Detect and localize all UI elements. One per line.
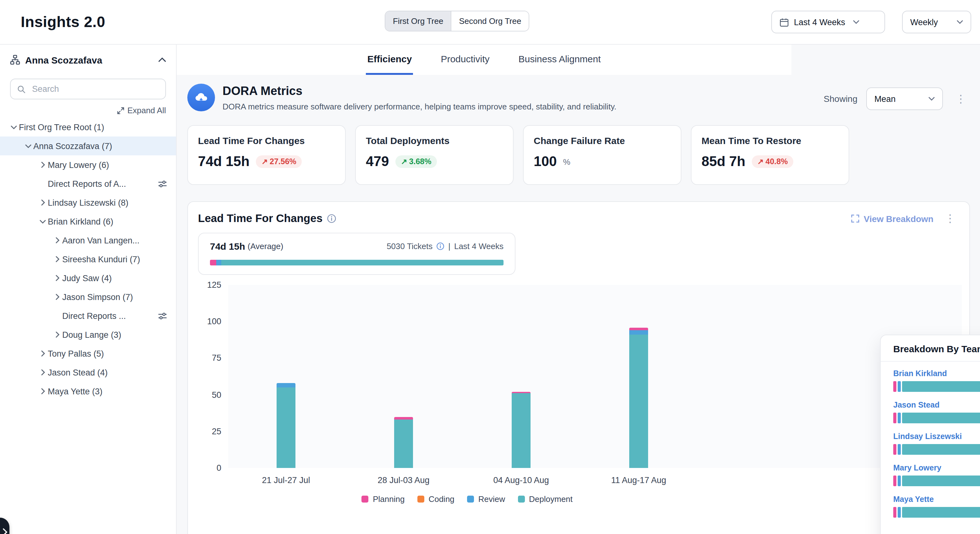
tree-item-first-org-tree-root-1[interactable]: First Org Tree Root (1) [0,118,176,137]
chevron-right-icon[interactable] [52,256,62,262]
team-bar-deployment-segment: 74d 15h [902,475,980,486]
metric-card-mean-time-to-restore: Mean Time To Restore85d 7h↗40.8% [691,125,849,185]
team-bar-review-segment [898,475,901,486]
info-icon[interactable] [436,242,444,250]
summary-period: Last 4 Weeks [454,242,504,251]
metric-card-lead-time-for-changes: Lead Time For Changes74d 15h↗27.56% [187,125,346,185]
x-axis-label: 28 Jul-03 Aug [350,475,457,485]
tree-item-tony-pallas-5[interactable]: Tony Pallas (5) [0,344,176,363]
chevron-right-icon[interactable] [38,162,48,168]
team-bar-planning-segment [893,413,896,423]
tree-item-mary-lowery-6[interactable]: Mary Lowery (6) [0,155,176,174]
team-list: Brian Kirkland74d 15hJason Stead74d 15hL… [881,362,980,518]
org-tree-toggle-second-org-tree[interactable]: Second Org Tree [451,11,529,31]
search-input[interactable] [31,84,159,94]
metric-card-value: 479 [366,153,389,170]
tree-item-judy-saw-4[interactable]: Judy Saw (4) [0,269,176,287]
expand-all-button[interactable]: Expand All [10,106,166,115]
chevron-down-icon[interactable] [9,125,19,129]
team-name-link[interactable]: Lindsay Liszewski [893,432,980,441]
lead-time-summary-card: 74d 15h (Average) 5030 Tickets | Last 4 … [198,233,515,275]
x-axis-label: 04 Aug-10 Aug [468,475,574,485]
metric-delta-badge: ↗40.8% [751,155,793,168]
tree-item-aaron-van-langen[interactable]: Aaron Van Langen... [0,231,176,250]
sidebar-expand-handle[interactable] [0,518,10,534]
chevron-right-icon[interactable] [38,388,48,394]
x-axis-label: 11 Aug-17 Aug [585,475,692,485]
tickets-count: 5030 Tickets [387,242,433,251]
team-bar-review-segment [898,507,901,518]
chevron-right-icon[interactable] [38,350,48,357]
filter-sliders-icon[interactable] [158,312,167,320]
tree-item-jason-simpson-7[interactable]: Jason Simpson (7) [0,287,176,306]
lead-time-title: Lead Time For Changes [198,212,323,225]
tree-item-maya-yette-3[interactable]: Maya Yette (3) [0,382,176,401]
metric-delta-badge: ↗3.68% [395,155,437,168]
bar-segment-planning [394,417,413,419]
expand-all-icon [117,107,124,114]
tab-business-alignment[interactable]: Business Alignment [517,45,602,75]
tree-item-direct-reports-of-a[interactable]: Direct Reports of A... [0,174,176,193]
chevron-right-icon[interactable] [52,237,62,244]
chart-bar-1[interactable] [277,383,296,468]
y-tick-label: 75 [212,354,221,363]
dora-kebab-menu[interactable]: ⋮ [952,92,970,105]
metric-cards-row: Lead Time For Changes74d 15h↗27.56%Total… [187,125,970,185]
showing-label: Showing [824,94,858,104]
chevron-right-icon[interactable] [52,294,62,300]
tree-item-label: Brian Kirkland (6) [48,217,176,226]
top-bar: Insights 2.0 First Org TreeSecond Org Tr… [0,0,980,45]
tree-item-label: Direct Reports of A... [48,179,158,188]
aggregation-value: Mean [874,94,896,104]
tree-item-jason-stead-4[interactable]: Jason Stead (4) [0,363,176,382]
tab-efficiency[interactable]: Efficiency [366,45,413,75]
lead-time-kebab-menu[interactable]: ⋮ [941,212,959,225]
filter-sliders-icon[interactable] [158,180,167,188]
metric-card-title: Total Deployments [366,135,503,146]
metric-card-value: 100 [534,153,557,170]
breakdown-by-teams-panel: Breakdown By Teams ✕ Brian Kirkland74d 1… [880,335,980,534]
chevron-right-icon[interactable] [52,275,62,281]
team-name-link[interactable]: Maya Yette [893,495,980,504]
org-hierarchy-icon [10,55,20,65]
team-name-link[interactable]: Jason Stead [893,401,980,410]
team-name-link[interactable]: Brian Kirkland [893,369,980,378]
info-icon[interactable] [327,214,336,223]
tree-item-doug-lange-3[interactable]: Doug Lange (3) [0,325,176,344]
calendar-icon [780,17,789,27]
tab-productivity[interactable]: Productivity [439,45,491,75]
tree-item-sireesha-kunduri-7[interactable]: Sireesha Kunduri (7) [0,250,176,269]
chevron-right-icon[interactable] [52,332,62,338]
date-range-dropdown[interactable]: Last 4 Weeks [771,11,885,33]
phase-distribution-bar [210,260,504,265]
chevron-right-icon[interactable] [38,369,48,376]
view-breakdown-label: View Breakdown [864,214,934,223]
chevron-right-icon[interactable] [38,199,48,206]
granularity-dropdown[interactable]: Weekly [902,11,971,33]
tree-item-label: Direct Reports ... [62,311,158,320]
tree-item-label: Mary Lowery (6) [48,160,176,169]
team-lead-time-bar: 74d 15h [893,381,980,392]
tree-item-lindsay-liszewski-8[interactable]: Lindsay Liszewski (8) [0,193,176,212]
chart-bar-2[interactable] [394,417,413,468]
aggregation-dropdown[interactable]: Mean [866,88,943,110]
view-breakdown-button[interactable]: View Breakdown [851,214,934,223]
team-bar-deployment-segment: 74d 15h [902,381,980,392]
tree-item-label: Aaron Van Langen... [62,236,176,245]
tree-item-direct-reports[interactable]: Direct Reports ... [0,306,176,325]
legend-swatch-deployment [518,496,525,502]
tree-item-anna-scozzafava-7[interactable]: Anna Scozzafava (7) [0,137,176,155]
chart-bar-4[interactable] [629,327,648,468]
chart-plot-area: 0255075100125 [228,285,962,468]
chevron-down-icon[interactable] [38,219,48,223]
team-bar-planning-segment [893,444,896,455]
summary-segment-planning [210,260,216,265]
org-tree-toggle-first-org-tree[interactable]: First Org Tree [385,11,451,31]
tree-item-label: Anna Scozzafava (7) [33,141,176,151]
y-tick-label: 25 [212,427,221,436]
tree-item-brian-kirkland-6[interactable]: Brian Kirkland (6) [0,212,176,231]
team-name-link[interactable]: Mary Lowery [893,464,980,472]
chevron-down-icon[interactable] [23,144,33,148]
collapse-sidebar-chevron-up-icon[interactable] [158,57,166,62]
chart-bar-3[interactable] [512,392,531,468]
